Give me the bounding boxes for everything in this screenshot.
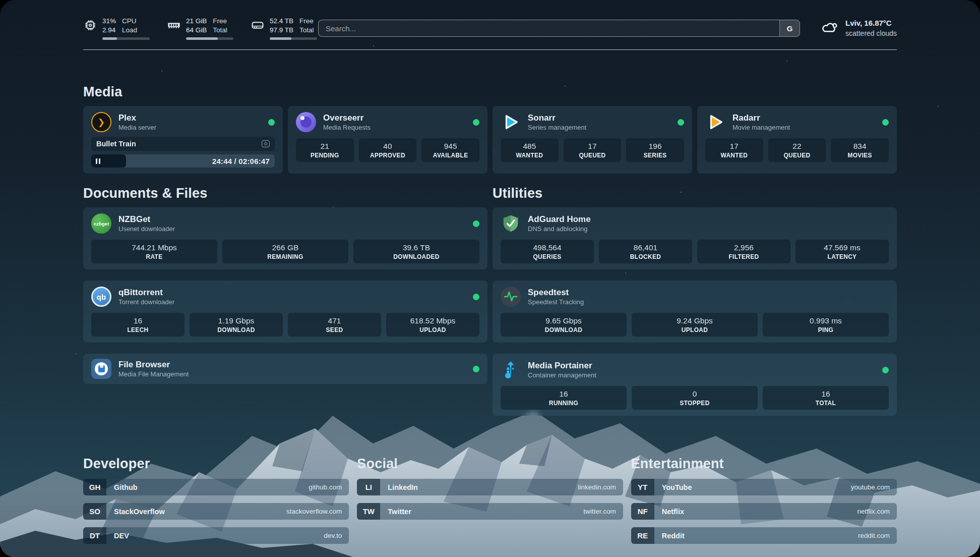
app-name: Plex bbox=[118, 113, 156, 124]
bookmark-netflix[interactable]: NF Netflix netflix.com bbox=[631, 503, 897, 520]
status-dot bbox=[473, 366, 479, 372]
bookmark-url: twitter.com bbox=[583, 508, 616, 515]
app-description: Torrent downloader bbox=[118, 298, 174, 307]
app-description: Media server bbox=[118, 124, 156, 132]
bookmark-youtube[interactable]: YT YouTube youtube.com bbox=[631, 479, 897, 495]
stat-leech: 16 LEECH bbox=[91, 313, 185, 337]
app-description: Movie management bbox=[732, 124, 790, 132]
utilities-column: Utilities AdGuard Home bbox=[493, 174, 897, 427]
app-description: Container management bbox=[528, 371, 596, 380]
status-dot bbox=[882, 119, 889, 126]
app-description: Series management bbox=[528, 124, 586, 132]
stat-approved: 40 APPROVED bbox=[359, 138, 417, 162]
cpu-label-2: Load bbox=[122, 26, 137, 35]
stat-remaining: 266 GB REMAINING bbox=[222, 240, 348, 263]
search-engine-button[interactable]: G bbox=[779, 20, 800, 36]
bookmark-name: Github bbox=[114, 483, 138, 491]
app-description: Speedtest Tracking bbox=[528, 298, 584, 307]
stat-queries: 498,564 QUERIES bbox=[501, 240, 594, 263]
bookmark-twitter[interactable]: TW Twitter twitter.com bbox=[357, 503, 623, 520]
ram-progress-bar bbox=[186, 37, 233, 40]
app-name: qBittorrent bbox=[118, 287, 174, 298]
disk-icon bbox=[251, 17, 265, 34]
app-description: DNS and adblocking bbox=[528, 225, 591, 234]
bookmark-linkedin[interactable]: LI LinkedIn linkedin.com bbox=[357, 479, 623, 495]
bookmark-badge: DT bbox=[83, 527, 106, 544]
app-card-adguard[interactable]: AdGuard Home DNS and adblocking 498,564 … bbox=[493, 207, 897, 269]
bookmark-name: DEV bbox=[114, 532, 129, 540]
bookmark-badge: LI bbox=[357, 479, 380, 495]
playback-time: 24:44 / 02:06:47 bbox=[212, 157, 270, 165]
plex-playback-progress: 24:44 / 02:06:47 bbox=[91, 154, 275, 168]
speedtest-icon bbox=[501, 287, 521, 307]
weather-location-temperature: Lviv, 16.87°C bbox=[845, 18, 897, 28]
disk-label-free: Free bbox=[299, 17, 314, 26]
bookmark-badge: SO bbox=[83, 503, 106, 520]
app-card-overseerr[interactable]: Overseerr Media Requests 21 PENDING 40 A… bbox=[288, 106, 487, 174]
status-dot bbox=[268, 119, 275, 126]
bookmark-dev[interactable]: DT DEV dev.to bbox=[83, 527, 349, 544]
bookmark-url: reddit.com bbox=[858, 532, 890, 539]
adguard-icon bbox=[501, 213, 521, 234]
app-card-speedtest[interactable]: Speedtest Speedtest Tracking 9.65 Gbps D… bbox=[493, 281, 897, 343]
pause-icon[interactable] bbox=[96, 158, 100, 164]
header-separator bbox=[83, 49, 897, 50]
stat-queued: 22 QUEUED bbox=[768, 138, 826, 162]
app-card-filebrowser[interactable]: File Browser Media File Management bbox=[83, 354, 487, 384]
ram-stat: 21 GiB 64 GiB Free Total bbox=[167, 17, 233, 39]
qbittorrent-icon: qb bbox=[91, 287, 111, 307]
disk-value-total: 97.9 TB bbox=[270, 26, 293, 35]
status-dot bbox=[473, 119, 479, 126]
app-card-nzbget[interactable]: nzbget NZBGet Usenet downloader 744.21 M… bbox=[83, 207, 487, 269]
bookmark-reddit[interactable]: RE Reddit reddit.com bbox=[631, 527, 897, 544]
sonarr-icon bbox=[501, 112, 521, 132]
cpu-label-1: CPU bbox=[122, 17, 137, 26]
bookmark-name: YouTube bbox=[662, 483, 692, 491]
status-dot bbox=[882, 367, 889, 373]
documents-files-column: Documents & Files nzbget NZBGet Usenet d… bbox=[83, 174, 487, 427]
stat-pending: 21 PENDING bbox=[296, 138, 354, 162]
dashboard-screen: 31% 2.94 CPU Load bbox=[0, 0, 980, 557]
bookmark-badge: NF bbox=[631, 503, 654, 520]
app-card-radarr[interactable]: Radarr Movie management 17 WANTED 22 QUE… bbox=[697, 106, 897, 174]
radarr-icon bbox=[705, 112, 725, 132]
app-name: NZBGet bbox=[118, 214, 175, 225]
disk-progress-bar bbox=[270, 37, 317, 40]
section-title-entertainment: Entertainment bbox=[631, 456, 897, 472]
bookmark-github[interactable]: GH Github github.com bbox=[83, 479, 349, 495]
bookmark-group-entertainment: Entertainment YT YouTube youtube.com NF … bbox=[631, 456, 897, 551]
stat-running: 16 RUNNING bbox=[501, 386, 627, 410]
app-card-sonarr[interactable]: Sonarr Series management 485 WANTED 17 Q… bbox=[493, 106, 692, 174]
section-title-developer: Developer bbox=[83, 456, 349, 472]
weather-condition: scattered clouds bbox=[845, 29, 897, 38]
bookmark-stackoverflow[interactable]: SO StackOverflow stackoverflow.com bbox=[83, 503, 349, 520]
section-title-social: Social bbox=[357, 456, 623, 472]
app-card-portainer[interactable]: Media Portainer Container management 16 … bbox=[493, 354, 897, 416]
stat-blocked: 86,401 BLOCKED bbox=[599, 240, 692, 263]
plex-icon: ❯ bbox=[91, 112, 111, 132]
weather-widget: Lviv, 16.87°C scattered clouds bbox=[819, 18, 897, 38]
cloud-icon bbox=[819, 18, 839, 38]
bookmark-url: netflix.com bbox=[857, 508, 890, 515]
ram-label-free: Free bbox=[213, 17, 227, 26]
stat-wanted: 17 WANTED bbox=[705, 138, 763, 162]
stat-latency: 47.569 ms LATENCY bbox=[795, 240, 889, 263]
stat-upload: 618.52 Mbps UPLOAD bbox=[386, 313, 479, 337]
status-dot bbox=[678, 119, 684, 126]
app-card-qbittorrent[interactable]: qb qBittorrent Torrent downloader 16 LEE… bbox=[83, 281, 487, 343]
bookmark-name: StackOverflow bbox=[114, 508, 165, 516]
disk-value-free: 52.4 TB bbox=[270, 17, 293, 26]
search-input[interactable] bbox=[319, 20, 779, 36]
bookmark-badge: TW bbox=[357, 503, 380, 520]
app-name: AdGuard Home bbox=[528, 214, 591, 225]
bookmark-badge: GH bbox=[83, 479, 106, 495]
ram-icon bbox=[167, 17, 181, 34]
stat-queued: 17 QUEUED bbox=[564, 138, 622, 162]
bookmark-name: Netflix bbox=[662, 508, 684, 516]
cpu-progress-bar bbox=[102, 37, 150, 40]
app-card-plex[interactable]: ❯ Plex Media server Bullet Train 24:44 / bbox=[83, 106, 283, 174]
app-name: Media Portainer bbox=[528, 360, 596, 371]
cpu-stat: 31% 2.94 CPU Load bbox=[83, 17, 150, 39]
bookmarks-row: Developer GH Github github.com SO StackO… bbox=[83, 456, 897, 551]
ram-label-total: Total bbox=[213, 26, 227, 35]
